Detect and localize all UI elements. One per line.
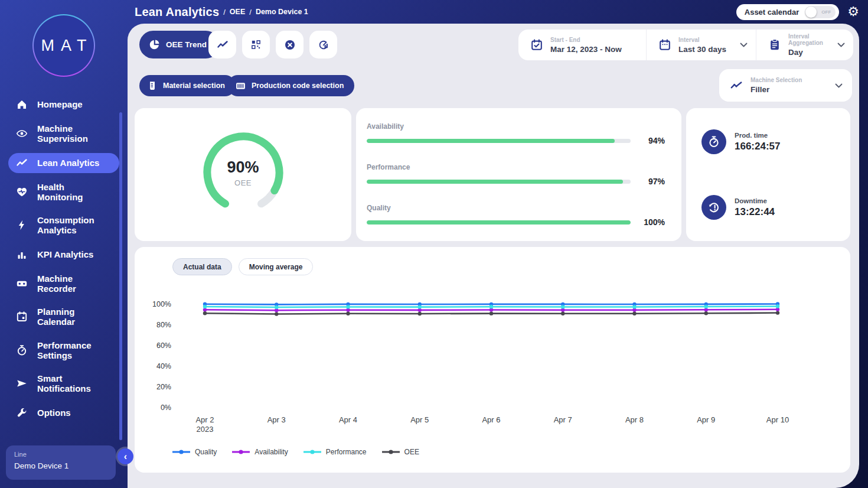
tab-moving-average[interactable]: Moving average [239,258,314,275]
svg-text:60%: 60% [156,341,171,350]
downtime-value: 13:22:44 [735,206,775,218]
sidebar-item-lean-analytics[interactable]: Lean Analytics [8,153,119,173]
trend-view-button[interactable] [208,31,236,58]
line-chart-icon [217,39,229,51]
calendar-icon [15,311,28,323]
svg-text:100%: 100% [152,300,171,308]
chevron-down-icon [740,43,748,47]
calendar-check-icon [530,38,543,51]
sidebar-item-label: Machine Recorder [37,274,112,294]
filter-interval[interactable]: Interval Last 30 days [646,30,756,60]
kpi-bar-quality: Quality 100% [367,204,665,227]
production-code-selection-label: Production code selection [252,82,344,90]
oee-gauge-card: 90% OEE [135,108,351,241]
downtime-label: Downtime [735,197,775,204]
sidebar-item-health-monitoring[interactable]: Health Monitoring [8,178,119,207]
kpi-bars-card: Availability 94% Performance 97% Quality… [356,108,681,241]
downtime-stat: Downtime 13:22:44 [701,195,838,220]
kpi-bar-value: 100% [639,217,665,227]
sidebar-item-kpi-analytics[interactable]: KPI Analytics [8,245,119,265]
kpi-bar-fill [367,180,623,184]
filter-start-end[interactable]: Start - End Mar 12, 2023 - Now [518,30,646,60]
legend-item-oee[interactable]: OEE [382,448,419,456]
oee-trend-button[interactable]: OEE Trend [139,31,220,58]
sidebar-item-label: Health Monitoring [37,182,112,203]
filters-panel: Start - End Mar 12, 2023 - Now Interval … [518,30,853,60]
pie-chart-icon [149,39,160,50]
sidebar-scrollbar[interactable] [119,112,122,440]
kpi-bar-value: 97% [639,177,665,186]
toggle-state-label: OFF [821,9,831,15]
legend-item-performance[interactable]: Performance [304,448,367,456]
sidebar-item-label: Machine Supervision [37,123,88,144]
kpi-bar-fill [367,220,631,225]
filter-label: Machine Selection [750,77,802,83]
machine-recorder-icon [15,278,28,289]
kpi-bar-fill [367,139,615,143]
prod-time-stat: Prod. time 166:24:57 [701,129,838,154]
svg-text:Apr 3: Apr 3 [267,415,286,424]
sidebar-item-machine-recorder[interactable]: Machine Recorder [8,269,119,298]
sidebar-item-options[interactable]: Options [8,403,119,423]
legend-label: Availability [254,448,288,456]
filter-aggregation[interactable]: Interval Aggregation Day [756,30,853,60]
svg-text:Apr 7: Apr 7 [554,415,572,424]
device-card: Line Demo Device 1 [6,445,116,480]
production-code-selection-button[interactable]: Production code selection [227,75,354,96]
asset-calendar-label: Asset calendar [745,8,800,17]
stops-view-button[interactable] [276,31,304,58]
oee-trend-chart-card: Actual data Moving average 0%20%40%60%80… [135,247,850,473]
asset-calendar-pill[interactable]: Asset calendar OFF [736,4,840,20]
page-title: Lean Analytics [135,5,219,19]
sidebar-item-label: Lean Analytics [37,158,99,168]
home-icon [15,99,28,110]
sidebar-item-planning-calendar[interactable]: Planning Calendar [8,302,119,331]
legend-item-quality[interactable]: Quality [172,448,217,456]
sidebar-item-smart-notifications[interactable]: Smart Notifications [8,369,119,398]
kpi-bar-track [367,139,631,143]
kpi-bar-label: Quality [367,204,665,212]
breadcrumb-separator: / [249,8,252,17]
sidebar-item-label: KPI Analytics [37,249,93,259]
sidebar-item-performance-settings[interactable]: Performance Settings [8,336,119,365]
sidebar-item-machine-supervision[interactable]: Machine Supervision [8,119,119,148]
logo: MAT [32,14,95,77]
svg-text:Apr 8: Apr 8 [625,415,644,424]
wrench-icon [15,407,28,419]
filter-value: Day [788,48,830,57]
material-selection-button[interactable]: Material selection [139,75,236,96]
gauge-report-button[interactable] [309,31,337,58]
legend-label: OEE [404,448,419,456]
bar-chart-icon [15,249,28,261]
legend-item-availability[interactable]: Availability [232,448,288,456]
tab-actual-data[interactable]: Actual data [172,258,232,275]
chevron-down-icon [835,83,843,88]
svg-text:20%: 20% [156,383,171,391]
oee-trend-chart: 0%20%40%60%80%100%Apr 22023Apr 3Apr 4Apr… [142,291,843,438]
time-stats-card: Prod. time 166:24:57 Downtime 13:22:44 [686,108,850,241]
kpi-bar-value: 94% [639,136,665,145]
kpi-bar-label: Performance [367,163,665,171]
device-name: Demo Device 1 [14,461,107,470]
stopwatch-icon [701,129,726,154]
sidebar-collapse-button[interactable]: ‹ [118,448,133,464]
line-chart-icon [15,157,28,169]
sidebar-item-consumption-analytics[interactable]: Consumption Analytics [8,211,119,240]
settings-gear-icon[interactable]: ⚙ [847,5,859,18]
line-chart-icon [730,79,743,92]
machine-selection-dropdown[interactable]: Machine Selection Filler [719,69,852,102]
svg-text:Apr 10: Apr 10 [766,415,789,424]
send-icon [15,378,28,389]
kpi-bar-availability: Availability 94% [367,122,665,145]
barcode-icon [235,80,246,92]
sidebar-item-label: Options [37,408,71,418]
sidebar-item-homepage[interactable]: Homepage [8,95,119,115]
breadcrumb-oee[interactable]: OEE [230,8,245,16]
filter-label: Interval Aggregation [788,33,830,46]
toggle-knob [805,6,817,18]
qr-view-button[interactable] [242,31,270,58]
kpi-bar-track [367,180,631,184]
svg-text:0%: 0% [161,404,171,412]
asset-calendar-toggle[interactable]: OFF [805,6,836,18]
breadcrumb-device[interactable]: Demo Device 1 [256,8,308,16]
